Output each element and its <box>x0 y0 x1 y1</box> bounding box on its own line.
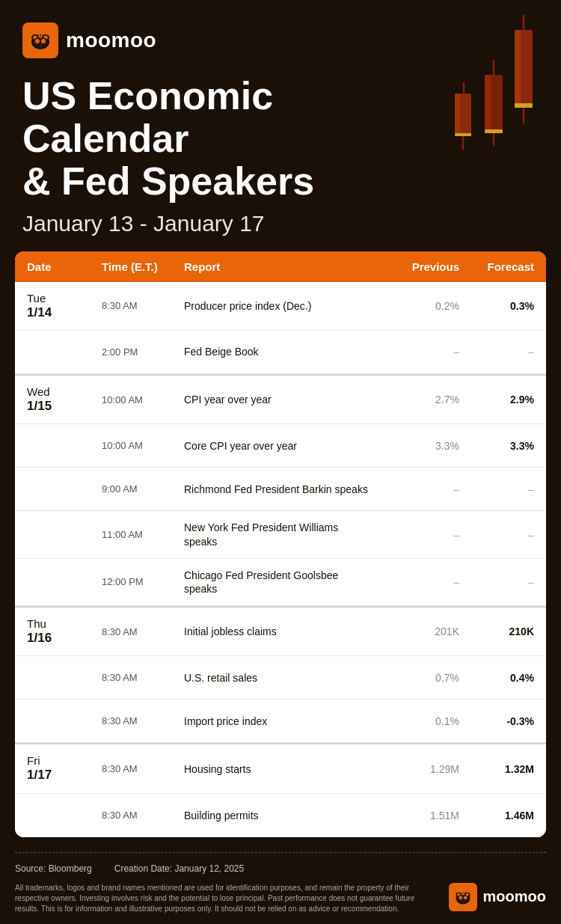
footer-bottom: All trademarks, logos and brand names me… <box>15 883 546 914</box>
time-cell: 8:30 AM <box>102 672 184 683</box>
forecast-cell: 2.9% <box>459 394 534 406</box>
date-cell: Thu1/16 <box>27 617 102 646</box>
economic-calendar-table: Date Time (E.T.) Report Previous Forecas… <box>15 251 546 837</box>
forecast-cell: – <box>459 576 534 588</box>
previous-cell: 201K <box>377 625 459 637</box>
table-row: Wed1/1510:00 AMCPI year over year2.7%2.9… <box>15 374 546 424</box>
previous-cell: 1.29M <box>377 763 459 775</box>
footer-source: Source: Bloomberg <box>15 863 92 874</box>
svg-point-8 <box>41 39 46 43</box>
col-previous: Previous <box>377 260 459 273</box>
footer-section: Source: Bloomberg Creation Date: January… <box>15 852 546 923</box>
time-cell: 2:00 PM <box>102 346 184 358</box>
time-cell: 11:00 AM <box>102 529 184 540</box>
date-cell: Tue1/14 <box>27 292 102 320</box>
forecast-cell: 0.3% <box>459 300 534 312</box>
report-cell: Fed Beige Book <box>184 345 377 358</box>
table-row: Tue1/148:30 AMProducer price index (Dec.… <box>15 282 546 331</box>
previous-cell: – <box>377 346 459 358</box>
report-cell: Housing starts <box>184 762 377 776</box>
report-cell: Richmond Fed President Barkin speaks <box>184 483 377 496</box>
previous-cell: 3.3% <box>377 440 459 452</box>
footer-disclaimer: All trademarks, logos and brand names me… <box>15 883 434 914</box>
forecast-cell: 3.3% <box>459 440 534 452</box>
footer-date: Creation Date: January 12, 2025 <box>114 863 244 874</box>
table-row: 8:30 AMU.S. retail sales0.7%0.4% <box>15 656 546 700</box>
forecast-cell: 0.4% <box>459 672 534 684</box>
table-header: Date Time (E.T.) Report Previous Forecas… <box>15 251 546 282</box>
footer-logo-text: moomoo <box>483 888 546 905</box>
forecast-cell: 210K <box>459 625 534 637</box>
table-body: Tue1/148:30 AMProducer price index (Dec.… <box>15 282 546 837</box>
forecast-cell: – <box>459 346 534 358</box>
previous-cell: 0.1% <box>377 715 459 727</box>
report-cell: Import price index <box>184 715 377 728</box>
date-cell: Wed1/15 <box>27 385 102 414</box>
table-row: 12:00 PMChicago Fed President Goolsbee s… <box>15 559 546 606</box>
svg-rect-23 <box>515 103 533 108</box>
date-cell: Fri1/17 <box>27 754 102 783</box>
time-cell: 9:00 AM <box>102 483 184 495</box>
svg-rect-14 <box>515 30 521 105</box>
previous-cell: – <box>377 576 459 588</box>
col-report: Report <box>184 260 377 273</box>
forecast-cell: 1.32M <box>459 763 534 775</box>
main-title: US Economic Calendar & Fed Speakers <box>22 75 441 204</box>
time-cell: 10:00 AM <box>102 394 184 406</box>
col-time: Time (E.T.) <box>102 260 184 273</box>
logo-text: moomoo <box>66 28 156 52</box>
moomoo-logo-icon <box>22 22 58 58</box>
time-cell: 8:30 AM <box>102 763 184 774</box>
time-cell: 8:30 AM <box>102 626 184 637</box>
time-cell: 8:30 AM <box>102 810 184 821</box>
forecast-cell: – <box>459 483 534 495</box>
report-cell: Producer price index (Dec.) <box>184 299 377 313</box>
header-section: moomoo US Economic Calenda <box>0 0 561 251</box>
table-row: 10:00 AMCore CPI year over year3.3%3.3% <box>15 424 546 468</box>
previous-cell: – <box>377 483 459 495</box>
report-cell: Core CPI year over year <box>184 439 377 453</box>
svg-rect-18 <box>485 75 491 131</box>
footer-logo: moomoo <box>449 883 546 911</box>
svg-point-33 <box>459 896 462 899</box>
table-row: 2:00 PMFed Beige Book–– <box>15 331 546 374</box>
table-row: 9:00 AMRichmond Fed President Barkin spe… <box>15 468 546 511</box>
footer-logo-icon <box>449 883 477 911</box>
table-row: 8:30 AMImport price index0.1%-0.3% <box>15 700 546 743</box>
previous-cell: 0.2% <box>377 300 459 312</box>
svg-rect-25 <box>455 133 471 136</box>
report-cell: Chicago Fed President Goolsbee speaks <box>184 569 377 596</box>
forecast-cell: 1.46M <box>459 810 534 821</box>
time-cell: 8:30 AM <box>102 715 184 726</box>
forecast-cell: – <box>459 529 534 541</box>
svg-point-7 <box>35 39 40 43</box>
previous-cell: 2.7% <box>377 394 459 406</box>
time-cell: 12:00 PM <box>102 576 184 587</box>
forecast-cell: -0.3% <box>459 715 534 727</box>
report-cell: Initial jobless claims <box>184 625 377 638</box>
previous-cell: 1.51M <box>377 810 459 821</box>
report-cell: U.S. retail sales <box>184 671 377 685</box>
svg-point-34 <box>463 896 467 899</box>
col-date: Date <box>27 260 102 273</box>
table-row: 11:00 AMNew York Fed President Williams … <box>15 511 546 558</box>
table-row: Fri1/178:30 AMHousing starts1.29M1.32M <box>15 743 546 793</box>
table-row: 8:30 AMBuilding permits1.51M1.46M <box>15 794 546 837</box>
time-cell: 8:30 AM <box>102 300 184 311</box>
subtitle: January 13 - January 17 <box>22 211 539 236</box>
svg-rect-24 <box>485 129 503 133</box>
report-cell: CPI year over year <box>184 393 377 406</box>
candles-decoration <box>426 7 546 202</box>
report-cell: New York Fed President Williams speaks <box>184 521 377 548</box>
col-forecast: Forecast <box>459 260 534 273</box>
table-row: Thu1/168:30 AMInitial jobless claims201K… <box>15 606 546 656</box>
report-cell: Building permits <box>184 809 377 822</box>
previous-cell: – <box>377 529 459 541</box>
previous-cell: 0.7% <box>377 672 459 684</box>
time-cell: 10:00 AM <box>102 440 184 451</box>
svg-rect-22 <box>455 94 460 135</box>
footer-top: Source: Bloomberg Creation Date: January… <box>15 863 546 874</box>
